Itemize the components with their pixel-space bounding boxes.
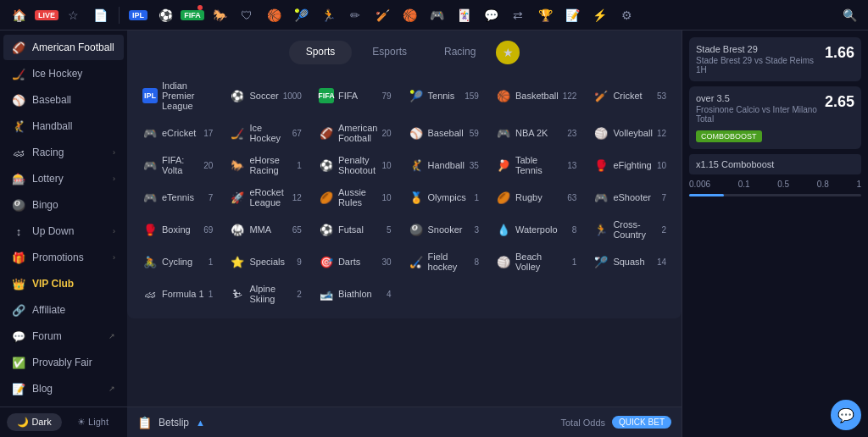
sun-icon: ☀: [77, 417, 86, 427]
sport-table-tennis[interactable]: 🏓 Table Tennis 13: [491, 151, 581, 180]
favorites-icon[interactable]: ☆: [61, 3, 85, 27]
sport-mma[interactable]: 🥋 MMA 65: [225, 215, 307, 244]
sport-cricket[interactable]: 🏏 Cricket 53: [588, 76, 671, 115]
sidebar-item-baseball[interactable]: ⚾ Baseball: [3, 87, 124, 113]
cards-icon[interactable]: 🃏: [452, 3, 476, 27]
live-button[interactable]: LIVE: [34, 3, 58, 27]
sidebar-item-handball[interactable]: 🤾 Handball: [3, 113, 124, 139]
soccer-icon[interactable]: ⚽: [153, 3, 177, 27]
sport-aussie-rules[interactable]: 🏉 Aussie Rules 10: [314, 183, 397, 212]
search-icon[interactable]: 🔍: [837, 3, 861, 27]
sport-american-football[interactable]: 🏈 American Football 20: [314, 119, 397, 147]
sport-erocket-league[interactable]: 🚀 eRocket League 12: [225, 183, 307, 212]
sidebar-label-american-football: American Football: [32, 41, 115, 53]
sport-ipl[interactable]: IPL Indian Premier League: [137, 76, 218, 115]
quick-bet-toggle[interactable]: QUICK BET: [612, 416, 671, 429]
run-icon[interactable]: 🏃: [316, 3, 340, 27]
nba-icon[interactable]: 🏀: [398, 3, 421, 27]
trophy-icon[interactable]: 🏆: [533, 3, 557, 27]
sport-alpine-skiing[interactable]: ⛷ Alpine Skiing 2: [225, 279, 307, 308]
sport-efighting[interactable]: 🥊 eFighting 10: [588, 151, 671, 180]
sidebar-label-forum: Forum: [32, 330, 102, 342]
sport-specials[interactable]: ⭐ Specials 9: [225, 247, 307, 276]
horse-icon[interactable]: 🐎: [208, 3, 231, 27]
pen-icon[interactable]: ✏: [343, 3, 367, 27]
x115-row[interactable]: x1.15 Comboboost: [689, 154, 861, 174]
chevron-right-icon: ›: [113, 227, 115, 235]
beach-volley-sport-icon: 🏐: [496, 254, 511, 269]
sport-etennis[interactable]: 🎮 eTennis 7: [137, 183, 218, 212]
sidebar-item-affiliate[interactable]: 🔗 Affiliate: [3, 297, 124, 323]
sidebar-item-forum[interactable]: 💬 Forum ↗: [3, 324, 124, 349]
sport-field-hockey[interactable]: 🏑 Field hockey 8: [403, 247, 484, 276]
sport-eshooter[interactable]: 🎮 eShooter 7: [588, 183, 671, 212]
sidebar-label-ice-hockey: Ice Hockey: [32, 68, 115, 80]
sport-nba2k[interactable]: 🎮 NBA 2K 23: [491, 119, 581, 147]
home-icon[interactable]: 🏠: [7, 3, 31, 27]
sidebar-item-lottery[interactable]: 🎰 Lottery ›: [3, 166, 124, 191]
basketball-icon[interactable]: 🏀: [262, 3, 286, 27]
sport-formula1[interactable]: 🏎 Formula 1 1: [137, 279, 218, 308]
tennis-icon[interactable]: 🎾: [289, 3, 313, 27]
sport-waterpolo[interactable]: 💧 Waterpolo 8: [491, 215, 581, 244]
sport-beach-volley[interactable]: 🏐 Beach Volley 1: [491, 247, 581, 276]
sport-boxing[interactable]: 🥊 Boxing 69: [137, 215, 218, 244]
stade-brest-card: Stade Brest 29 Stade Brest 29 vs Stade R…: [689, 37, 861, 81]
tab-sports[interactable]: Sports: [289, 41, 353, 64]
racing-icon: 🏎: [12, 146, 25, 159]
light-theme-button[interactable]: ☀ Light: [65, 413, 120, 431]
favorites-tab-icon[interactable]: ★: [496, 41, 520, 64]
edit-icon[interactable]: 📝: [560, 3, 584, 27]
bethistory-icon[interactable]: 📄: [88, 3, 112, 27]
sport-volleyball[interactable]: 🏐 Volleyball 12: [588, 119, 671, 147]
ipl-icon[interactable]: IPL: [126, 3, 150, 27]
sport-cross-country[interactable]: 🏃 Cross-Country 2: [588, 215, 671, 244]
sport-ehorse-racing[interactable]: 🐎 eHorse Racing 1: [225, 151, 307, 180]
sport-fifa-volta[interactable]: 🎮 FIFA: Volta 20: [137, 151, 218, 180]
slider-track[interactable]: [689, 194, 861, 196]
sport-olympics[interactable]: 🏅 Olympics 1: [403, 183, 484, 212]
sidebar-item-promotions[interactable]: 🎁 Promotions ›: [3, 245, 124, 270]
sidebar-label-racing: Racing: [32, 147, 106, 158]
esport-icon[interactable]: 🎮: [425, 3, 448, 27]
exchange-icon[interactable]: ⇄: [506, 3, 530, 27]
sidebar-item-provably-fair[interactable]: ✅ Provably Fair: [3, 350, 124, 375]
betslip-bar[interactable]: 📋 Betslip ▲ Total Odds QUICK BET: [127, 407, 682, 437]
sport-ice-hockey[interactable]: 🏒 Ice Hockey 67: [225, 119, 307, 147]
sport-darts[interactable]: 🎯 Darts 30: [314, 247, 397, 276]
fifa-nav-icon[interactable]: FIFA: [181, 3, 204, 27]
sport-handball[interactable]: 🤾 Handball 35: [403, 151, 484, 180]
etennis-sport-icon: 🎮: [142, 190, 158, 205]
sidebar-item-vip[interactable]: 👑 VIP Club: [3, 271, 124, 296]
sidebar-item-ice-hockey[interactable]: 🏒 Ice Hockey: [3, 61, 124, 86]
sport-basketball[interactable]: 🏀 Basketball 122: [491, 76, 581, 115]
cricket-icon[interactable]: 🏏: [370, 3, 394, 27]
sidebar-item-american-football[interactable]: 🏈 American Football: [3, 35, 124, 60]
sport-squash[interactable]: 🏸 Squash 14: [588, 247, 671, 276]
sport-tennis[interactable]: 🎾 Tennis 159: [403, 76, 484, 115]
sport-soccer[interactable]: ⚽ Soccer 1000: [225, 76, 307, 115]
sidebar-item-racing[interactable]: 🏎 Racing ›: [3, 140, 124, 165]
sport-snooker[interactable]: 🎱 Snooker 3: [403, 215, 484, 244]
sport-biathlon[interactable]: 🎿 Biathlon 4: [314, 279, 397, 308]
tab-racing[interactable]: Racing: [427, 41, 492, 64]
sport-cycling[interactable]: 🚴 Cycling 1: [137, 247, 218, 276]
sport-rugby[interactable]: 🏉 Rugby 63: [491, 183, 581, 212]
sport-fifa[interactable]: FIFA FIFA 79: [314, 76, 397, 115]
shield-icon[interactable]: 🛡: [235, 3, 259, 27]
affiliate-icon: 🔗: [12, 303, 25, 317]
sidebar-item-blog[interactable]: 📝 Blog ↗: [3, 376, 124, 401]
sidebar-label-vip: VIP Club: [32, 278, 115, 290]
sport-penalty-shootout[interactable]: ⚽ Penalty Shootout 10: [314, 151, 397, 180]
sport-futsal[interactable]: ⚽ Futsal 5: [314, 215, 397, 244]
sidebar-item-up-down[interactable]: ↕ Up Down ›: [3, 218, 124, 244]
dark-theme-button[interactable]: 🌙 Dark: [7, 413, 62, 431]
settings-icon[interactable]: ⚙: [615, 3, 638, 27]
bolt-icon[interactable]: ⚡: [587, 3, 611, 27]
sidebar-item-bingo[interactable]: 🎱 Bingo: [3, 192, 124, 218]
sport-ecricket[interactable]: 🎮 eCricket 17: [137, 119, 218, 147]
tab-esports[interactable]: Esports: [355, 41, 424, 64]
sport-baseball[interactable]: ⚾ Baseball 59: [403, 119, 484, 147]
live-support-button[interactable]: 💬: [831, 400, 861, 430]
chat-icon[interactable]: 💬: [479, 3, 503, 27]
